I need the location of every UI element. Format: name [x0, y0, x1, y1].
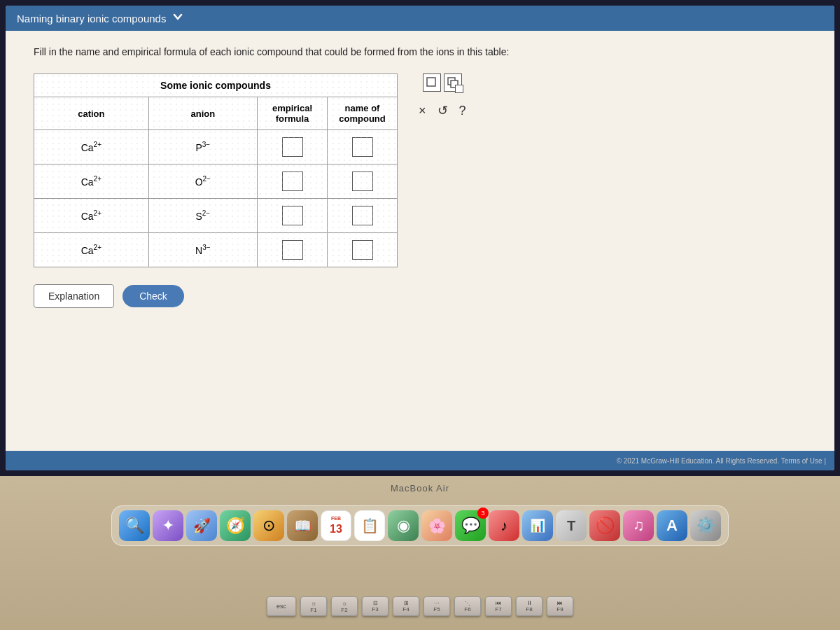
f5-label: F5 — [433, 606, 440, 612]
col-header-cation: cation — [34, 97, 149, 130]
name-box-row2[interactable] — [352, 172, 373, 191]
footer-text: © 2021 McGraw-Hill Education. All Rights… — [617, 457, 826, 465]
table-row: Ca2+ S2− — [34, 199, 398, 233]
settings-icon: ⚙️ — [696, 517, 715, 535]
bottom-buttons: Explanation Check — [34, 284, 806, 308]
dock-item-safari[interactable]: 🧭 — [220, 510, 251, 541]
f9-key[interactable]: ⏭ F9 — [547, 596, 573, 616]
messages-badge: 3 — [477, 507, 489, 519]
window-icon-normal[interactable] — [423, 74, 441, 92]
main-content: Fill in the name and empirical formula o… — [6, 31, 834, 451]
f1-key[interactable]: ☼ F1 — [300, 596, 327, 616]
name-box-row1[interactable] — [352, 137, 373, 157]
dock-item-appstore2[interactable]: A — [657, 510, 687, 541]
screen-content: Naming binary ionic compounds Fill in th… — [6, 6, 834, 470]
name-input-row4[interactable] — [328, 233, 398, 267]
dock-item-messages[interactable]: 💬 3 — [455, 510, 486, 541]
window-small-icon — [447, 77, 458, 88]
dock-item-music[interactable]: ♪ — [489, 510, 519, 541]
table-container: Some ionic compounds cation anion empiri… — [34, 74, 806, 267]
dock-item-chrome[interactable]: ⊙ — [253, 510, 284, 541]
macbook-label: MacBook Air — [391, 482, 449, 494]
col-header-name: name of compound — [328, 97, 398, 130]
anion-p3: P3− — [148, 130, 257, 164]
f9-top-icon: ⏭ — [557, 600, 563, 606]
cation-ca2-s: Ca2+ — [34, 199, 149, 233]
col-header-formula: empirical formula — [258, 97, 328, 130]
help-icon[interactable]: ? — [459, 104, 466, 118]
dock-item-siri[interactable]: ✦ — [153, 510, 183, 541]
f6-top-icon: ⋱ — [465, 600, 470, 606]
action-icons: × ↺ ? — [419, 103, 466, 118]
dock-item-launchpad[interactable]: 🚀 — [186, 510, 217, 541]
f2-top-icon: ☼ — [342, 600, 347, 607]
window-normal-icon — [426, 77, 438, 88]
f5-key[interactable]: ⋯ F5 — [424, 596, 450, 616]
dock-item-dnd[interactable]: 🚫 — [589, 510, 620, 541]
name-input-row3[interactable] — [328, 199, 398, 233]
dock-item-calendar[interactable]: FEB 13 — [321, 510, 351, 541]
chevron-down-icon[interactable] — [172, 10, 184, 23]
dock-item-photos[interactable]: 🌸 — [421, 510, 452, 541]
formula-input-row1[interactable] — [258, 130, 328, 164]
dock-item-numbers[interactable]: 📊 — [522, 510, 553, 541]
dock-item-itunes[interactable]: ♫ — [623, 510, 654, 541]
dock-item-appstore[interactable]: ◉ — [388, 510, 419, 541]
f4-key[interactable]: ⊞ F4 — [393, 596, 419, 616]
launchpad-icon: 🚀 — [193, 517, 211, 534]
dock-item-books[interactable]: 📖 — [287, 510, 318, 541]
dock-item-keynote[interactable]: T — [556, 510, 587, 541]
f7-key[interactable]: ⏮ F7 — [485, 596, 512, 616]
table-wrapper: Some ionic compounds cation anion empiri… — [34, 74, 398, 267]
formula-input-row3[interactable] — [258, 199, 328, 233]
f1-top-icon: ☼ — [311, 600, 316, 607]
window-icons — [423, 74, 462, 92]
name-box-row4[interactable] — [352, 240, 373, 260]
undo-icon[interactable]: ↺ — [438, 103, 448, 118]
col-header-anion: anion — [148, 97, 257, 130]
f6-label: F6 — [464, 606, 470, 612]
f1-label: F1 — [310, 607, 316, 613]
keyboard-row: esc ☼ F1 ☼ F2 ⊟ F3 ⊞ F4 ⋯ F5 ⋱ F6 ⏮ F7 — [267, 596, 573, 616]
cation-ca2-n: Ca2+ — [34, 233, 149, 267]
formula-input-row4[interactable] — [258, 233, 328, 267]
formula-box-row3[interactable] — [282, 206, 303, 225]
f3-key[interactable]: ⊟ F3 — [362, 596, 388, 616]
close-icon[interactable]: × — [419, 104, 426, 118]
dock-item-settings[interactable]: ⚙️ — [690, 510, 721, 541]
calendar-icon: FEB 13 — [330, 516, 342, 536]
dock-item-reminders[interactable]: 📋 — [354, 510, 385, 541]
anion-s2: S2− — [148, 199, 257, 233]
dock-item-finder[interactable]: 🔍 — [119, 510, 150, 541]
esc-label: esc — [276, 603, 286, 610]
check-button[interactable]: Check — [122, 285, 184, 307]
svg-rect-0 — [427, 78, 435, 86]
reminders-icon: 📋 — [361, 517, 379, 534]
instruction-text: Fill in the name and empirical formula o… — [34, 45, 806, 59]
formula-box-row1[interactable] — [282, 137, 303, 157]
itunes-icon: ♫ — [633, 517, 645, 535]
f9-label: F9 — [556, 606, 563, 612]
formula-input-row2[interactable] — [258, 164, 328, 199]
f5-top-icon: ⋯ — [434, 600, 440, 606]
f8-label: F8 — [526, 606, 532, 612]
svg-rect-2 — [451, 80, 458, 88]
f8-key[interactable]: ⏸ F8 — [516, 596, 542, 616]
books-icon: 📖 — [294, 517, 312, 534]
f4-label: F4 — [402, 606, 409, 612]
chrome-icon: ⊙ — [262, 517, 275, 535]
f2-key[interactable]: ☼ F2 — [331, 596, 358, 616]
f6-key[interactable]: ⋱ F6 — [454, 596, 481, 616]
esc-key[interactable]: esc — [267, 596, 296, 616]
appstore2-icon: A — [666, 517, 678, 535]
f7-top-icon: ⏮ — [496, 600, 501, 606]
f2-label: F2 — [341, 607, 347, 613]
name-input-row2[interactable] — [328, 164, 398, 199]
formula-box-row2[interactable] — [282, 172, 303, 191]
name-input-row1[interactable] — [328, 130, 398, 164]
window-icon-small[interactable] — [444, 74, 462, 92]
name-box-row3[interactable] — [352, 206, 373, 225]
formula-box-row4[interactable] — [282, 240, 303, 260]
keynote-icon: T — [567, 518, 575, 534]
explanation-button[interactable]: Explanation — [34, 284, 114, 308]
